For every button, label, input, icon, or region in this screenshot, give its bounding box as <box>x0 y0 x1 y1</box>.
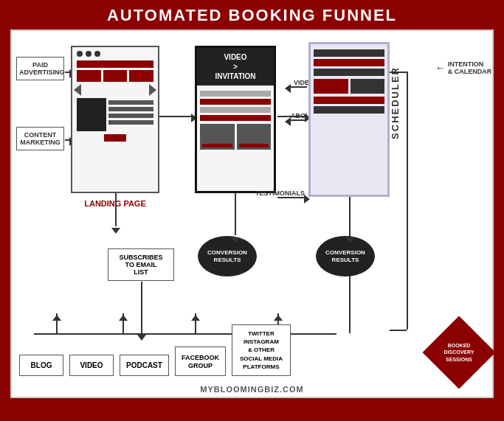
lp-dots <box>72 47 158 59</box>
intention-arrow: ← <box>435 62 446 74</box>
video-box-label: VIDEO <box>80 361 103 369</box>
arrow-podcast-up <box>191 310 200 324</box>
social-media-box: TWITTER INSTAGRAM & OTHER SOCIAL MEDIA P… <box>232 324 291 376</box>
subscribes-box: SUBSCRIBES TO EMAIL LIST <box>108 248 174 281</box>
social-media-label: TWITTER INSTAGRAM & OTHER SOCIAL MEDIA P… <box>240 330 283 370</box>
content-marketing-label: CONTENT MARKETING <box>20 131 61 146</box>
vi-form <box>197 86 274 153</box>
vi-box-line-2 <box>239 144 269 147</box>
testimonials-label: TESTIMONIALS <box>255 189 305 197</box>
booked-label: BOOKED DISCOVERY SESSIONS <box>441 342 477 362</box>
arrow-about-in <box>285 116 291 129</box>
vi-box-1 <box>200 124 235 150</box>
sched-bar-2 <box>314 59 384 66</box>
lp-content <box>77 98 153 131</box>
podcast-label: PODCAST <box>126 361 162 369</box>
vi-box-line-1 <box>202 144 232 147</box>
sched-block-1 <box>314 79 348 94</box>
line-lp-to-vi <box>159 116 193 117</box>
lp-line-2 <box>108 107 153 111</box>
booked-sessions-container: BOOKED DISCOVERY SESSIONS <box>429 323 489 382</box>
video-box: VIDEO <box>69 355 114 376</box>
sched-bar-4 <box>314 97 384 104</box>
hline-intention-top <box>390 72 407 73</box>
hline-booked-bottom <box>390 330 407 331</box>
lp-small-1 <box>77 70 101 82</box>
blog-label: BLOG <box>31 361 52 369</box>
vi-boxes <box>200 124 271 150</box>
lp-text-lines <box>108 98 153 125</box>
lp-dot-2 <box>86 51 92 57</box>
sched-bar-1 <box>314 49 384 57</box>
lp-small-2 <box>103 70 128 82</box>
main-diagram: PAID ADVERTISING CONTENT MARKETING <box>10 29 494 398</box>
lp-arrow-left <box>74 84 81 96</box>
lp-arrow-right <box>149 84 156 96</box>
line-video-label <box>289 86 307 88</box>
lp-dot-3 <box>94 51 100 57</box>
line-vi-to-conv1 <box>235 193 236 235</box>
conversion2-label: CONVERSION RESULTS <box>325 249 365 263</box>
arrow-sched-conv2 <box>345 233 354 246</box>
lp-line-1 <box>108 100 153 105</box>
arrow-blog-up <box>52 310 61 324</box>
vi-field-3 <box>200 107 271 113</box>
arrow-fb-up <box>274 310 283 324</box>
bottom-row-container: BLOG VIDEO PODCAST FACEBOOK GROUP TWITTE… <box>19 324 291 376</box>
vi-field-2 <box>200 99 271 105</box>
vi-box-2 <box>237 124 272 150</box>
lp-bar-row-1 <box>77 70 153 82</box>
blog-box: BLOG <box>19 355 63 376</box>
vi-title: VIDEO>INVITATION <box>197 48 274 86</box>
lp-line-4 <box>108 120 153 125</box>
line-about-label <box>289 119 307 121</box>
footer-text: MYBLOOMINGBIZ.COM <box>12 385 492 394</box>
vi-field-4 <box>200 115 271 121</box>
scheduler-label: SCHEDULER <box>390 66 401 139</box>
arrow-video-in <box>285 83 291 96</box>
sched-bar-5 <box>314 106 384 114</box>
arrow-video-up <box>119 310 128 324</box>
arrow-lp-sub <box>111 223 120 237</box>
lp-button <box>104 134 126 142</box>
line-testimonials <box>277 197 307 198</box>
lp-line-3 <box>108 114 153 118</box>
facebook-group-box: FACEBOOK GROUP <box>175 347 226 376</box>
content-marketing-box: CONTENT MARKETING <box>16 127 64 150</box>
lp-dot-1 <box>77 51 83 57</box>
scheduler-box: SCHEDULER <box>308 42 390 197</box>
subscribes-label: SUBSCRIBES TO EMAIL LIST <box>119 254 162 276</box>
arrow-vi-conv1 <box>231 233 240 246</box>
landing-page-box: LANDING PAGE <box>71 46 159 193</box>
sched-block-2 <box>351 79 385 94</box>
lp-small-3 <box>129 70 153 82</box>
sched-bar-3 <box>314 69 384 76</box>
page-container: AUTOMATED BOOKING FUNNEL PAID ADVERTISIN… <box>0 0 504 421</box>
line-sched-to-conv2 <box>349 197 351 235</box>
sched-row-1 <box>314 79 384 94</box>
lp-image <box>77 98 106 131</box>
vline-booked-right <box>349 278 351 333</box>
line-lp-to-sub <box>115 193 117 226</box>
lp-bar-1 <box>77 60 153 68</box>
intention-label: INTENTION & CALENDAR <box>448 60 492 75</box>
vline-right-main <box>407 72 408 330</box>
video-invitation-box: VIDEO>INVITATION <box>195 46 276 193</box>
conversion-results-1: CONVERSION RESULTS <box>198 236 257 276</box>
intention-calendar-box: ← INTENTION & CALENDAR <box>438 60 489 75</box>
vi-field-1 <box>200 91 271 97</box>
paid-advertising-label: PAID ADVERTISING <box>19 61 65 76</box>
facebook-group-label: FACEBOOK GROUP <box>182 354 219 369</box>
conversion1-label: CONVERSION RESULTS <box>207 249 247 263</box>
paid-advertising-box: PAID ADVERTISING <box>16 57 64 80</box>
lp-nav-arrows <box>74 84 156 96</box>
page-title: AUTOMATED BOOKING FUNNEL <box>107 6 397 25</box>
podcast-box: PODCAST <box>120 355 169 376</box>
